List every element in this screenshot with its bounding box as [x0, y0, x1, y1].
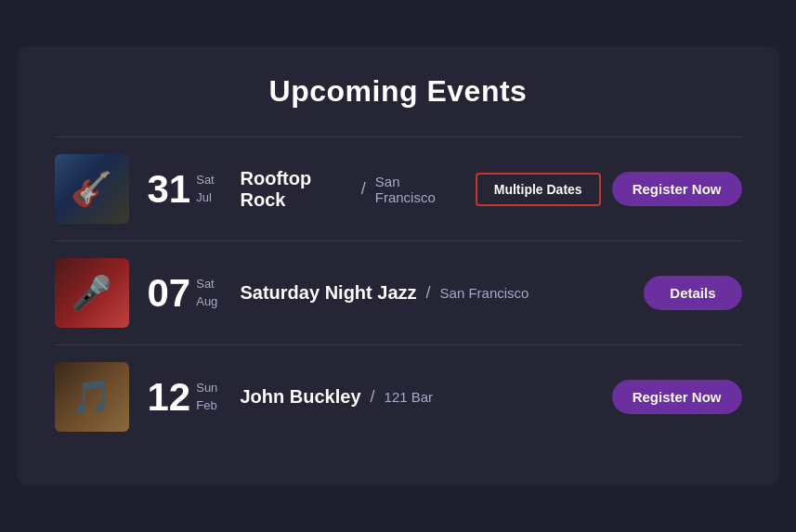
event-info: Saturday Night Jazz / San Francisco [241, 282, 626, 304]
event-date: 07 Sat Aug [148, 274, 222, 313]
event-date: 12 Sun Feb [148, 378, 222, 417]
event-thumbnail [55, 154, 129, 224]
thumbnail-image [55, 154, 129, 224]
date-number: 31 [148, 170, 191, 209]
event-actions: Details [644, 276, 741, 310]
event-name: Saturday Night Jazz [241, 282, 417, 304]
event-separator: / [361, 179, 366, 199]
month-name: Aug [196, 293, 217, 310]
day-name: Sat [196, 172, 215, 188]
thumbnail-image [55, 258, 129, 328]
thumbnail-image [55, 362, 129, 432]
event-name: John Buckley [241, 386, 361, 408]
page-title: Upcoming Events [55, 74, 742, 109]
multiple-dates-button[interactable]: Multiple Dates [476, 173, 601, 206]
event-name: Rooftop Rock [241, 168, 352, 211]
main-container: Upcoming Events 31 Sat Jul Rooftop Rock … [18, 46, 779, 486]
event-actions: Register Now [612, 380, 742, 414]
event-separator: / [426, 283, 431, 303]
event-thumbnail [55, 362, 129, 432]
event-info: John Buckley / 121 Bar [241, 386, 594, 408]
event-list: 31 Sat Jul Rooftop Rock / San Francisco … [55, 136, 742, 448]
event-row: 12 Sun Feb John Buckley / 121 Bar Regist… [55, 345, 742, 448]
event-location: San Francisco [375, 174, 457, 205]
event-info: Rooftop Rock / San Francisco [241, 168, 457, 211]
date-text: Sat Aug [196, 276, 217, 309]
details-button[interactable]: Details [644, 276, 741, 310]
register-button[interactable]: Register Now [612, 172, 742, 206]
event-location: 121 Bar [385, 389, 434, 405]
date-number: 12 [148, 378, 191, 417]
event-location: San Francisco [440, 285, 529, 301]
register-button[interactable]: Register Now [612, 380, 742, 414]
day-name: Sun [196, 380, 217, 396]
event-actions: Multiple Dates Register Now [476, 172, 742, 206]
month-name: Jul [196, 189, 215, 206]
month-name: Feb [196, 397, 217, 414]
event-row: 31 Sat Jul Rooftop Rock / San Francisco … [55, 136, 742, 241]
event-thumbnail [55, 258, 129, 328]
date-text: Sun Feb [196, 380, 217, 413]
event-row: 07 Sat Aug Saturday Night Jazz / San Fra… [55, 241, 742, 345]
event-separator: / [371, 387, 375, 407]
event-date: 31 Sat Jul [148, 170, 222, 209]
day-name: Sat [196, 276, 217, 292]
date-text: Sat Jul [196, 172, 215, 205]
date-number: 07 [148, 274, 191, 313]
